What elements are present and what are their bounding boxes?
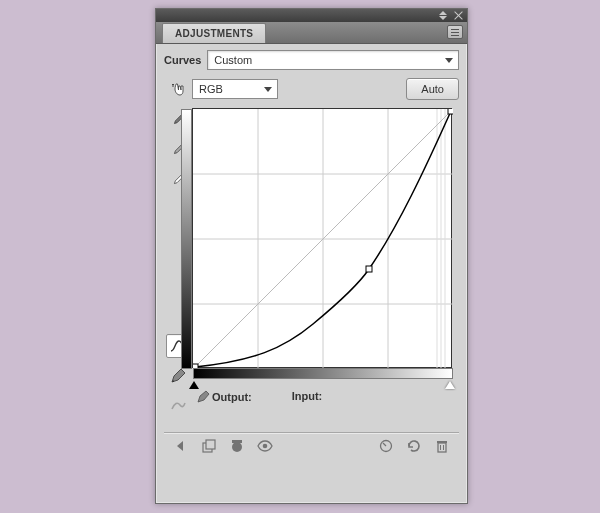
visibility-icon[interactable] xyxy=(256,437,274,455)
trash-icon[interactable] xyxy=(433,437,451,455)
channel-dropdown[interactable]: RGB xyxy=(192,79,278,99)
panel-menu-icon[interactable] xyxy=(447,25,463,39)
preset-value: Custom xyxy=(214,54,252,66)
preset-dropdown[interactable]: Custom xyxy=(207,50,459,70)
shadow-slider[interactable] xyxy=(189,381,199,389)
auto-button[interactable]: Auto xyxy=(406,78,459,100)
svg-rect-19 xyxy=(437,441,447,443)
tab-adjustments[interactable]: ADJUSTMENTS xyxy=(162,23,266,43)
highlight-slider[interactable] xyxy=(445,381,455,389)
svg-point-14 xyxy=(232,442,242,452)
svg-rect-18 xyxy=(438,443,446,452)
panel-tabbar: ADJUSTMENTS xyxy=(156,22,467,44)
panel-footer xyxy=(164,433,459,459)
clip-mask-icon[interactable] xyxy=(228,437,246,455)
output-gradient-strip xyxy=(181,109,192,369)
channel-row: RGB Auto xyxy=(192,78,459,100)
svg-rect-15 xyxy=(232,440,242,443)
adjustments-panel: ADJUSTMENTS Curves Custom xyxy=(155,8,468,504)
targeted-adjustment-tool[interactable] xyxy=(166,78,190,102)
panel-titlebar xyxy=(156,9,467,22)
curves-svg xyxy=(193,109,453,369)
input-gradient-strip xyxy=(193,368,453,379)
output-label: Output: xyxy=(196,390,252,404)
previous-state-icon[interactable] xyxy=(377,437,395,455)
curve-point-mid[interactable] xyxy=(366,266,372,272)
back-arrow-icon[interactable] xyxy=(172,437,190,455)
channel-value: RGB xyxy=(199,83,223,95)
input-label: Input: xyxy=(292,390,323,404)
preset-row: Curves Custom xyxy=(164,50,459,70)
smooth-tool[interactable] xyxy=(166,394,190,418)
collapse-icon[interactable] xyxy=(439,11,448,20)
curves-graph[interactable] xyxy=(192,108,452,368)
graph-right: RGB Auto xyxy=(192,78,459,418)
reset-icon[interactable] xyxy=(405,437,423,455)
close-icon[interactable] xyxy=(454,11,463,20)
graph-area: RGB Auto xyxy=(164,78,459,418)
curve-point-highlight[interactable] xyxy=(448,109,453,114)
svg-rect-13 xyxy=(206,440,215,449)
new-layer-icon[interactable] xyxy=(200,437,218,455)
panel-body: Curves Custom xyxy=(156,44,467,459)
curves-label: Curves xyxy=(164,54,201,66)
io-readout: Output: Input: xyxy=(196,390,459,404)
svg-point-16 xyxy=(263,444,268,449)
